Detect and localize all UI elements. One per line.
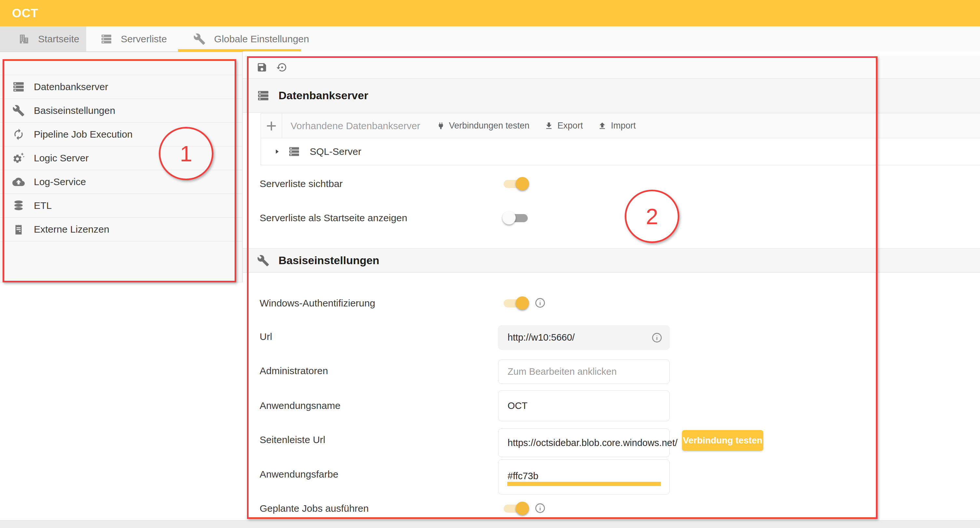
sidebar-item-label: Pipeline Job Execution bbox=[34, 129, 133, 140]
sidebar-item-basiseinstellungen[interactable]: Basiseinstellungen bbox=[0, 99, 242, 122]
server-list-icon bbox=[100, 33, 112, 45]
app-color-value: #ffc73b bbox=[508, 471, 538, 482]
app-color-label: Anwendungsfarbe bbox=[259, 469, 338, 480]
test-connection-button[interactable]: Verbindung testen bbox=[682, 430, 763, 451]
tab-serverliste[interactable]: Serverliste bbox=[86, 26, 181, 51]
windows-auth-label: Windows-Authentifizierung bbox=[259, 298, 375, 309]
download-icon bbox=[544, 121, 554, 130]
tab-label: Startseite bbox=[38, 33, 80, 45]
sidebar-item-label: ETL bbox=[34, 200, 52, 211]
serverlist-home-toggle[interactable] bbox=[504, 213, 528, 223]
sidebar-url-value: https://octsidebar.blob.core.windows.net… bbox=[508, 437, 678, 448]
db-server-name: SQL-Server bbox=[310, 146, 361, 157]
sidebar-item-label: Basiseinstellungen bbox=[34, 105, 115, 116]
sidebar-item-externe-lizenzen[interactable]: Externe Lizenzen bbox=[0, 218, 242, 242]
action-label: Verbindungen testen bbox=[449, 121, 530, 131]
app-name-field[interactable]: OCT bbox=[498, 390, 670, 421]
wrench-icon bbox=[193, 33, 206, 45]
app-title: OCT bbox=[12, 6, 38, 20]
restore-button[interactable] bbox=[277, 62, 288, 73]
expand-arrow-icon[interactable] bbox=[273, 147, 281, 156]
db-list-title: Vorhandene Datenbankserver bbox=[291, 120, 420, 132]
windows-auth-toggle[interactable] bbox=[504, 298, 528, 308]
app-color-swatch-bar bbox=[507, 482, 661, 486]
toggle-knob bbox=[502, 211, 516, 224]
toggle-knob bbox=[516, 296, 529, 310]
info-icon[interactable] bbox=[652, 332, 662, 343]
scheduled-jobs-toggle[interactable] bbox=[504, 504, 528, 514]
section-header-basiseinstellungen: Basiseinstellungen bbox=[243, 248, 980, 273]
server-list-icon bbox=[12, 81, 25, 93]
toggle-knob bbox=[516, 502, 529, 515]
test-connections-button[interactable]: Verbindungen testen bbox=[437, 121, 530, 131]
db-list-actions: Verbindungen testen Export Import bbox=[437, 121, 636, 131]
building-icon bbox=[18, 33, 30, 45]
sidebar-item-label: Logic Server bbox=[34, 153, 89, 164]
upload-icon bbox=[598, 121, 607, 130]
cloud-upload-icon bbox=[12, 176, 25, 188]
add-server-button[interactable]: + bbox=[261, 116, 282, 136]
tab-label: Globale Einstellungen bbox=[214, 33, 309, 45]
save-button[interactable] bbox=[256, 62, 267, 73]
settings-sidebar: Datenbankserver Basiseinstellungen Pipel… bbox=[0, 52, 243, 282]
sidebar-item-label: Log-Service bbox=[34, 177, 86, 188]
gear-sparkle-icon bbox=[12, 152, 25, 164]
sidebar-item-label: Datenbankserver bbox=[34, 81, 108, 92]
url-label: Url bbox=[259, 331, 272, 342]
refresh-loop-icon bbox=[12, 128, 25, 140]
sidebar-item-logic-server[interactable]: Logic Server bbox=[0, 146, 242, 170]
app-name-value: OCT bbox=[508, 401, 527, 411]
license-receipt-icon bbox=[12, 223, 25, 235]
sidebar-item-datenbankserver[interactable]: Datenbankserver bbox=[0, 75, 242, 99]
import-button[interactable]: Import bbox=[598, 121, 636, 131]
sidebar-item-etl[interactable]: ETL bbox=[0, 194, 242, 218]
tab-globale-einstellungen[interactable]: Globale Einstellungen bbox=[181, 26, 321, 51]
app-name-label: Anwendungsname bbox=[259, 400, 340, 411]
section-title: Datenbankserver bbox=[278, 89, 368, 102]
plug-icon bbox=[437, 122, 445, 130]
export-button[interactable]: Export bbox=[544, 121, 583, 131]
info-icon[interactable] bbox=[535, 503, 545, 514]
url-field[interactable]: http://w10:5660/ bbox=[498, 325, 670, 350]
app-color-field[interactable]: #ffc73b bbox=[498, 460, 670, 495]
section-header-datenbankserver: Datenbankserver bbox=[243, 79, 980, 113]
administrators-label: Administratoren bbox=[259, 365, 328, 376]
sidebar-url-label: Seitenleiste Url bbox=[259, 434, 325, 445]
serverlist-visible-toggle[interactable] bbox=[504, 179, 528, 189]
scheduled-jobs-label: Geplante Jobs ausführen bbox=[259, 503, 369, 514]
tab-label: Serverliste bbox=[121, 33, 167, 45]
url-value: http://w10:5660/ bbox=[508, 332, 574, 343]
toggle-knob bbox=[516, 177, 529, 190]
bottom-strip bbox=[0, 520, 980, 528]
serverlist-home-label: Serverliste als Startseite anzeigen bbox=[259, 212, 407, 224]
db-server-row[interactable]: SQL-Server bbox=[261, 138, 980, 165]
sidebar-item-pipeline-job-execution[interactable]: Pipeline Job Execution bbox=[0, 122, 242, 146]
db-list-header: + Vorhandene Datenbankserver Verbindunge… bbox=[261, 113, 980, 138]
serverlist-visible-label: Serverliste sichtbar bbox=[259, 178, 343, 189]
administrators-placeholder: Zum Bearbeiten anklicken bbox=[508, 366, 617, 377]
settings-main-panel: Datenbankserver + Vorhandene Datenbankse… bbox=[243, 51, 980, 528]
tab-bar: Startseite Serverliste Globale Einstellu… bbox=[0, 26, 980, 52]
administrators-field[interactable]: Zum Bearbeiten anklicken bbox=[498, 359, 670, 384]
sidebar-item-label: Externe Lizenzen bbox=[34, 224, 109, 235]
sidebar-spacer bbox=[0, 52, 242, 75]
tab-startseite[interactable]: Startseite bbox=[0, 26, 86, 51]
info-icon[interactable] bbox=[535, 298, 545, 308]
section-title: Basiseinstellungen bbox=[278, 254, 379, 267]
wrench-icon bbox=[12, 105, 25, 117]
server-list-icon bbox=[288, 146, 300, 157]
main-toolbar bbox=[243, 56, 980, 79]
wrench-icon bbox=[257, 254, 269, 267]
action-label: Export bbox=[557, 121, 583, 131]
action-label: Import bbox=[611, 121, 636, 131]
sidebar-item-log-service[interactable]: Log-Service bbox=[0, 170, 242, 194]
database-icon bbox=[12, 199, 25, 212]
sidebar-url-field[interactable]: https://octsidebar.blob.core.windows.net… bbox=[498, 428, 670, 457]
server-list-icon bbox=[257, 89, 269, 102]
app-bar: OCT bbox=[0, 0, 980, 26]
